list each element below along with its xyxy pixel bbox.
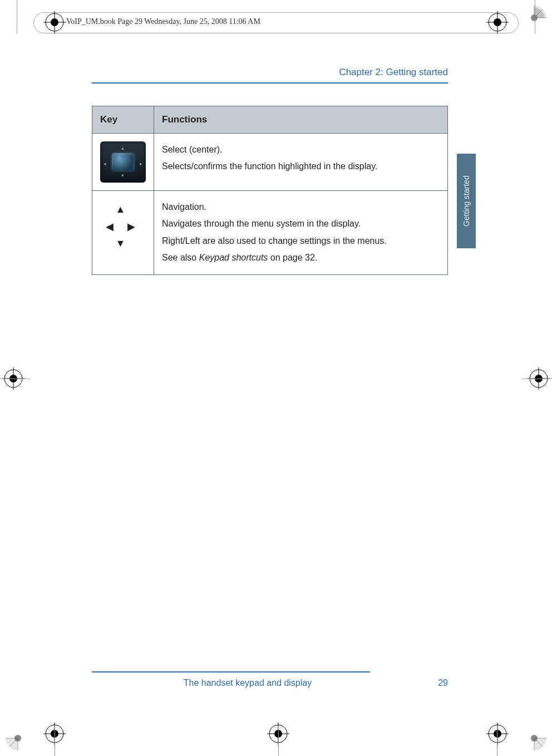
- key-functions-table: Key Functions ▴ ▾ ◂ ▸ Select (center).: [92, 106, 448, 275]
- fn-line: Navigates through the menu system in the…: [162, 215, 440, 232]
- crop-line: [0, 379, 31, 379]
- registration-mark-icon: [486, 723, 509, 745]
- cell-functions-navigation: Navigation. Navigates through the menu s…: [154, 191, 448, 275]
- navigation-arrows-icon: ▲ ◀ ▶ ▼: [100, 199, 146, 252]
- th-key: Key: [92, 106, 154, 134]
- cell-key-navigation: ▲ ◀ ▶ ▼: [92, 191, 154, 275]
- crop-line: [521, 379, 552, 379]
- table-row: ▴ ▾ ◂ ▸ Select (center). Selects/confirm…: [92, 134, 448, 191]
- arrow-left-icon: ◀: [106, 218, 119, 235]
- fn-text: See also: [162, 253, 199, 262]
- chapter-rule: [92, 82, 448, 84]
- section-tab: Getting started: [457, 154, 476, 248]
- crop-line: [55, 725, 55, 756]
- table-header-row: Key Functions: [92, 106, 448, 134]
- running-head-text: VoIP_UM.book Page 29 Wednesday, June 25,…: [64, 17, 263, 26]
- crop-line: [278, 725, 279, 756]
- fn-line: See also Keypad shortcuts on page 32.: [162, 249, 440, 266]
- fn-xref: Keypad shortcuts: [199, 253, 268, 262]
- crop-fan-icon: [522, 6, 546, 30]
- footer-caption: The handset keypad and display: [92, 678, 403, 688]
- fn-line: Right/Left are also used to change setti…: [162, 233, 440, 249]
- arrow-up-icon: ▲: [100, 201, 146, 218]
- section-tab-label: Getting started: [462, 175, 471, 227]
- cell-functions-select: Select (center). Selects/confirms the fu…: [154, 134, 448, 191]
- fn-line: Navigation.: [162, 199, 440, 215]
- footer-page-number: 29: [403, 678, 448, 688]
- fn-line: Selects/confirms the function highlighte…: [162, 158, 440, 175]
- table-row: ▲ ◀ ▶ ▼ Navigation. Navigates through th…: [92, 191, 448, 275]
- crop-line: [535, 0, 535, 33]
- arrow-down-icon: ▼: [100, 235, 146, 252]
- crop-line: [17, 0, 17, 33]
- chapter-heading: Chapter 2: Getting started: [92, 67, 448, 78]
- fn-text: on page 32.: [268, 253, 317, 262]
- registration-mark-icon: [486, 11, 509, 33]
- registration-mark-icon: [43, 11, 66, 33]
- cell-key-select: ▴ ▾ ◂ ▸: [92, 134, 154, 191]
- footer-rule: [92, 671, 370, 672]
- crop-line: [497, 725, 497, 756]
- crop-fan-icon: [522, 726, 546, 750]
- th-functions: Functions: [154, 106, 448, 134]
- fn-line: Select (center).: [162, 141, 440, 158]
- footer: The handset keypad and display 29: [92, 678, 448, 688]
- arrow-right-icon: ▶: [127, 218, 140, 235]
- select-key-icon: ▴ ▾ ◂ ▸: [100, 141, 146, 183]
- crop-fan-icon: [6, 726, 30, 750]
- page-body: Chapter 2: Getting started Key Functions…: [92, 67, 448, 275]
